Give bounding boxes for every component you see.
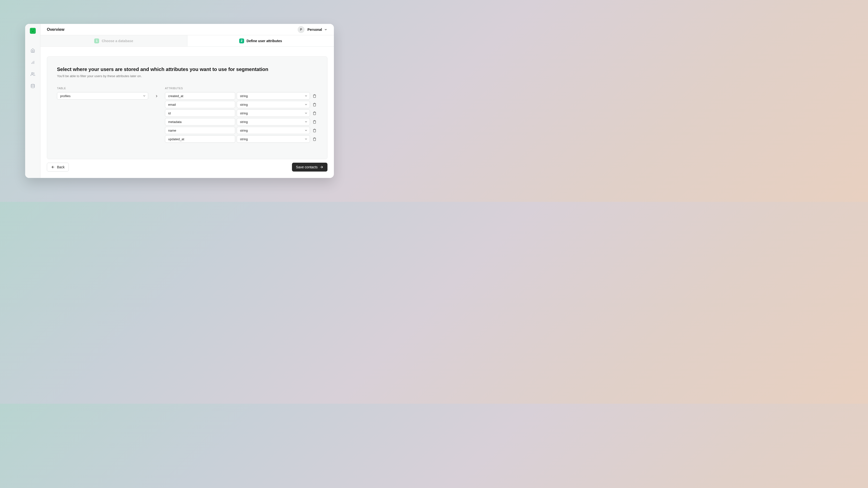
panel-title: Select where your users are stored and w…: [57, 67, 317, 72]
chevron-down-icon: [304, 120, 308, 124]
table-label: TABLE: [57, 87, 148, 90]
nav-home[interactable]: [28, 45, 38, 56]
back-label: Back: [57, 165, 65, 169]
arrow-left-icon: [51, 165, 55, 169]
attribute-name-input[interactable]: email: [165, 101, 235, 108]
delete-attribute-button[interactable]: [311, 110, 317, 116]
step-label: Define user attributes: [247, 39, 282, 43]
delete-attribute-button[interactable]: [311, 119, 317, 125]
chevron-down-icon: [304, 137, 308, 141]
trash-icon: [313, 120, 316, 124]
config-panel: Select where your users are stored and w…: [47, 57, 328, 159]
arrow-separator: [153, 87, 160, 144]
step-1[interactable]: 1 Choose a database: [40, 35, 187, 46]
svg-rect-0: [31, 29, 32, 30]
attribute-type-value: string: [240, 137, 248, 141]
header: Overview P Personal: [40, 24, 334, 35]
attribute-type-value: string: [240, 94, 248, 98]
app-window: Overview P Personal 1 Choose a database …: [25, 24, 334, 178]
attribute-type-select[interactable]: string: [237, 135, 310, 143]
workspace-label: Personal: [308, 28, 322, 32]
save-contacts-button[interactable]: Save contacts: [292, 163, 328, 171]
chevron-down-icon: [304, 94, 308, 98]
footer-actions: Back Save contacts: [47, 163, 328, 171]
attribute-type-value: string: [240, 103, 248, 106]
workspace-selector[interactable]: Personal: [308, 28, 328, 32]
chevron-down-icon: [324, 28, 328, 31]
page-title: Overview: [47, 27, 64, 32]
attribute-name-input[interactable]: updated_at: [165, 135, 235, 143]
logo: [30, 28, 36, 34]
attribute-list: created_atstringemailstringidstringmetad…: [165, 92, 317, 143]
attribute-name-input[interactable]: created_at: [165, 92, 235, 100]
back-button[interactable]: Back: [47, 163, 69, 171]
steps-bar: 1 Choose a database 2 Define user attrib…: [40, 35, 334, 46]
nav-analytics[interactable]: [28, 58, 38, 67]
attribute-type-select[interactable]: string: [237, 127, 310, 134]
delete-attribute-button[interactable]: [311, 127, 317, 133]
attribute-row: metadatastring: [165, 118, 317, 125]
chevron-down-icon: [304, 129, 308, 132]
delete-attribute-button[interactable]: [311, 93, 317, 99]
attribute-type-select[interactable]: string: [237, 101, 310, 108]
trash-icon: [313, 103, 316, 106]
delete-attribute-button[interactable]: [311, 136, 317, 142]
step-label: Choose a database: [102, 39, 133, 43]
chevron-down-icon: [143, 94, 146, 98]
attribute-type-value: string: [240, 129, 248, 132]
arrow-right-icon: [319, 165, 323, 169]
attribute-row: namestring: [165, 127, 317, 134]
save-label: Save contacts: [296, 165, 318, 169]
delete-attribute-button[interactable]: [311, 102, 317, 107]
svg-point-7: [31, 84, 34, 86]
chevron-down-icon: [304, 111, 308, 115]
trash-icon: [313, 94, 316, 98]
attribute-type-select[interactable]: string: [237, 92, 310, 100]
trash-icon: [313, 129, 316, 132]
svg-rect-2: [32, 31, 34, 32]
attribute-row: created_atstring: [165, 92, 317, 100]
chevron-right-icon: [155, 94, 159, 98]
header-right: P Personal: [298, 26, 328, 33]
trash-icon: [313, 137, 316, 141]
chevron-down-icon: [304, 103, 308, 106]
attributes-column: ATTRIBUTES created_atstringemailstringid…: [165, 87, 317, 144]
svg-rect-1: [33, 29, 34, 30]
nav-contacts[interactable]: [28, 69, 38, 79]
avatar[interactable]: P: [298, 26, 305, 33]
attribute-row: emailstring: [165, 101, 317, 108]
table-column: TABLE profiles: [57, 87, 148, 144]
step-2[interactable]: 2 Define user attributes: [187, 35, 334, 46]
attribute-type-select[interactable]: string: [237, 109, 310, 117]
sidebar: [25, 24, 40, 178]
table-select[interactable]: profiles: [57, 92, 148, 100]
main: Overview P Personal 1 Choose a database …: [40, 24, 334, 178]
attributes-label: ATTRIBUTES: [165, 87, 317, 90]
table-value: profiles: [60, 94, 70, 98]
attribute-name-input[interactable]: id: [165, 109, 235, 117]
panel-subtitle: You'll be able to filter your users by t…: [57, 74, 317, 78]
attribute-name-input[interactable]: metadata: [165, 118, 235, 125]
attribute-type-value: string: [240, 111, 248, 115]
attribute-row: idstring: [165, 109, 317, 117]
trash-icon: [313, 111, 316, 115]
attribute-name-input[interactable]: name: [165, 127, 235, 134]
nav-database[interactable]: [28, 81, 38, 91]
step-number: 2: [239, 38, 244, 43]
svg-point-6: [31, 72, 33, 74]
attribute-row: updated_atstring: [165, 135, 317, 143]
form-row: TABLE profiles ATTRIBUTES crea: [57, 87, 317, 144]
attribute-type-value: string: [240, 120, 248, 124]
step-number: 1: [94, 38, 99, 43]
content: Select where your users are stored and w…: [40, 46, 334, 178]
attribute-type-select[interactable]: string: [237, 118, 310, 125]
